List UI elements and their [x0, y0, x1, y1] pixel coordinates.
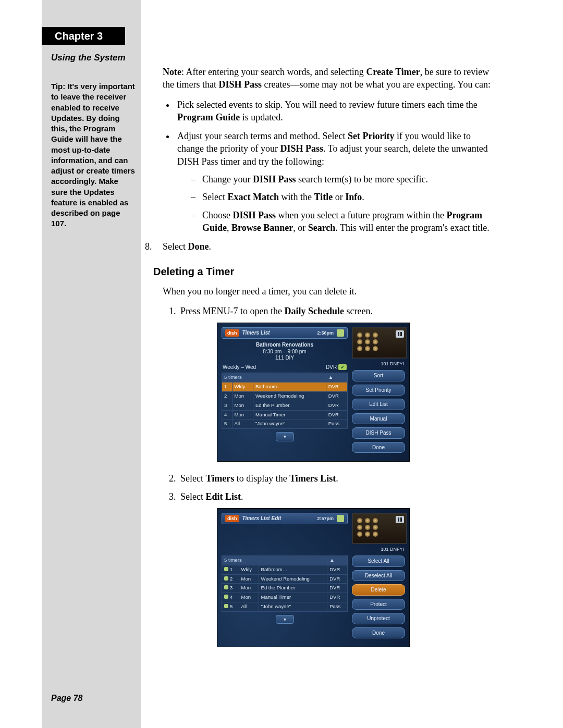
dvr-program-info: Bathroom Renovations 8:30 pm – 9:00 pm 1… — [222, 342, 348, 362]
pip-preview — [352, 513, 407, 544]
dash-item: Select Exact Match with the Title or Inf… — [191, 191, 496, 203]
down-arrow-icon: ▾ — [276, 432, 294, 441]
dvr-button: Protect — [352, 599, 405, 610]
table-row: 4MonManual TimerDVR — [222, 410, 348, 419]
table-row: 1WklyBathroom…DVR — [222, 565, 348, 574]
sort-arrow-icon: ▲ — [327, 556, 348, 565]
dvr1-rows: 1WklyBathroom…DVR2MonWeekend RemodelingD… — [222, 382, 348, 429]
dvr-time: 2:56pm — [317, 330, 334, 336]
table-row: 5All"John wayne"Pass — [222, 419, 348, 429]
dish-logo: dish — [225, 329, 239, 337]
bullet-item: Adjust your search terms and method. Sel… — [175, 130, 496, 234]
dvr1-buttons: SortSet PriorityEdit ListManualDISH Pass… — [352, 370, 405, 453]
dash-item: Choose DISH Pass when you select a futur… — [191, 209, 496, 235]
dash-list: Change your DISH Pass search term(s) to … — [177, 173, 496, 234]
dvr-frequency-row: Weekly – Wed DVR ✔ — [222, 364, 348, 371]
dvr-button: Done — [352, 442, 405, 453]
dvr-button: Select All — [352, 556, 405, 567]
table-row: 3MonEd the PlumberDVR — [222, 584, 348, 593]
dvr-button: DISH Pass — [352, 427, 405, 439]
chapter-banner: Chapter 3 — [42, 27, 125, 45]
dvr-footer: ▾ — [222, 432, 348, 441]
table-row: 2MonWeekend RemodelingDVR — [222, 574, 348, 584]
dvr-button: Done — [352, 627, 405, 639]
tip-box: Tip: It's very important to leave the re… — [51, 81, 136, 229]
dvr-button: Manual — [352, 413, 405, 425]
dvr-timers-table: 5 timers ▲ 1WklyBathroom…DVR2MonWeekend … — [222, 373, 348, 429]
table-row: 2MonWeekend RemodelingDVR — [222, 391, 348, 401]
deleting-intro: When you no longer need a timer, you can… — [163, 285, 496, 298]
dvr2-rows: 1WklyBathroom…DVR2MonWeekend RemodelingD… — [222, 565, 348, 611]
page: Chapter 3 Using the System Tip: It's ver… — [0, 0, 563, 728]
dvr-button: Deselect All — [352, 570, 405, 582]
dvr-check-icon: ✔ — [338, 364, 347, 370]
dvr-timers-table: 5 timers ▲ 1WklyBathroom…DVR2MonWeekend … — [222, 556, 348, 612]
signal-icon — [337, 515, 344, 522]
checkbox-icon — [224, 585, 228, 589]
dvr-screenshot-timers-list: dish Timers List 2:56pm Bathroom Renovat… — [217, 323, 410, 462]
pip-preview — [352, 327, 407, 359]
step-3: Select Edit List. dish Timers List Edit … — [178, 490, 496, 647]
pip-caption: 101 DNFYI — [352, 546, 405, 552]
page-number: Page 78 — [51, 693, 82, 704]
dvr-button: Sort — [352, 370, 405, 381]
dvr-title: Timers List Edit — [242, 515, 282, 522]
dvr-header: dish Timers List 2:56pm — [222, 327, 348, 339]
checkbox-icon — [224, 595, 228, 599]
bullet-item: Pick selected events to skip. You will n… — [175, 98, 496, 124]
table-row: 1WklyBathroom…DVR — [222, 382, 348, 392]
checkbox-icon — [224, 576, 228, 581]
dvr-title: Timers List — [242, 329, 270, 337]
deleting-steps: Press MENU-7 to open the Daily Schedule … — [163, 305, 496, 647]
pause-icon — [396, 330, 404, 338]
signal-icon — [337, 329, 344, 337]
table-row: 5All"John wayne"Pass — [222, 602, 348, 612]
dvr-header: dish Timers List Edit 2:57pm — [222, 513, 348, 524]
dvr-button: Delete — [352, 584, 405, 596]
step-8: Select Done. — [145, 240, 496, 253]
dvr-button: Set Priority — [352, 385, 405, 396]
pause-icon — [396, 516, 404, 523]
note-bullet-list: Pick selected events to skip. You will n… — [163, 98, 496, 235]
dvr-screenshot-timers-edit: dish Timers List Edit 2:57pm 5 timers ▲ — [217, 508, 410, 647]
checkbox-icon — [224, 604, 228, 608]
checkbox-icon — [224, 567, 228, 571]
dvr-time: 2:57pm — [317, 515, 334, 522]
sort-arrow-icon: ▲ — [326, 373, 347, 382]
dvr-button: Unprotect — [352, 613, 405, 624]
dash-item: Change your DISH Pass search term(s) to … — [191, 173, 496, 186]
dvr2-buttons: Select AllDeselect AllDeleteProtectUnpro… — [352, 556, 405, 638]
table-row: 3MonEd the PlumberDVR — [222, 401, 348, 410]
step-1: Press MENU-7 to open the Daily Schedule … — [178, 305, 496, 462]
dvr-footer: ▾ — [222, 615, 348, 624]
pip-caption: 101 DNFYI — [352, 361, 405, 367]
heading-deleting-timer: Deleting a Timer — [153, 265, 496, 279]
section-title: Using the System — [51, 52, 126, 64]
table-row: 4MonManual TimerDVR — [222, 593, 348, 602]
dish-logo: dish — [225, 515, 239, 522]
main-content: Note: After entering your search words, … — [163, 66, 496, 658]
dvr-button: Edit List — [352, 399, 405, 410]
down-arrow-icon: ▾ — [276, 615, 294, 624]
note-label: Note — [163, 67, 181, 77]
note-paragraph: Note: After entering your search words, … — [163, 66, 496, 91]
step-2: Select Timers to display the Timers List… — [178, 472, 496, 485]
